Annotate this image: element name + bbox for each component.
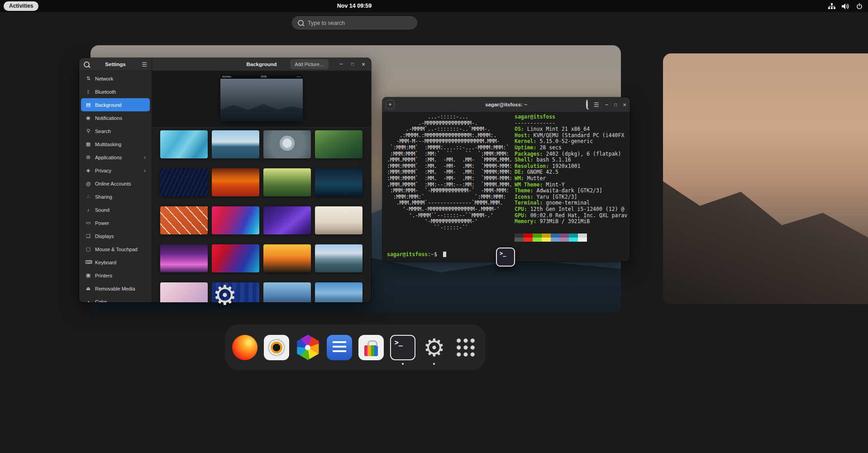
wallpaper-thumb-glass-sphere[interactable] (263, 130, 311, 158)
sidebar-item-removable-media[interactable]: ⏏Removable Media (81, 282, 150, 295)
workspace-thumbnail-next[interactable] (663, 53, 868, 304)
sidebar-item-sound[interactable]: ♪Sound (81, 203, 150, 216)
settings-sidebar-list: ⇅NetworkᛒBluetooth▤Background◉Notificati… (79, 71, 152, 302)
background-icon: ▤ (85, 102, 91, 108)
clock[interactable]: Nov 14 09:59 (337, 0, 372, 12)
firefox-icon (232, 335, 258, 360)
wallpaper-thumb-orange-lava[interactable] (212, 168, 259, 196)
sidebar-item-label: Online Accounts (95, 181, 146, 186)
sidebar-item-displays[interactable]: ❑Displays (81, 229, 150, 243)
dock-item-music-player[interactable] (263, 329, 290, 367)
sidebar-item-multitasking[interactable]: ▦Multitasking (81, 138, 150, 151)
sidebar-item-label: Network (95, 76, 146, 81)
sidebar-item-keyboard[interactable]: ⌨Keyboard (81, 256, 150, 269)
terminal-menu-button[interactable]: ☰ (594, 101, 599, 108)
dock-item-settings[interactable]: ⚙ (421, 329, 448, 367)
wallpaper-thumb-red-blue-swirl[interactable] (212, 244, 259, 272)
sidebar-item-mouse-touchpad[interactable]: ▢Mouse & Touchpad (81, 243, 150, 256)
terminal-search-button[interactable] (586, 100, 588, 109)
terminal-minimize-button[interactable]: − (605, 101, 609, 108)
sidebar-item-power[interactable]: ▭Power (81, 216, 150, 229)
sidebar-item-notifications[interactable]: ◉Notifications (81, 111, 150, 124)
show-applications-button[interactable] (452, 329, 479, 367)
neofetch-info-line: GPU: 00:02.0 Red Hat, Inc. QXL parav (515, 213, 627, 219)
neofetch-info: sagar@itsfoss ------------- OS: Linux Mi… (515, 114, 627, 225)
network-icon[interactable] (828, 3, 835, 10)
terminal-window[interactable]: + sagar@itsfoss: ~ ☰ − □ × ...-:::::-...… (382, 97, 630, 262)
neofetch-info-line: DE: GNOME 42.5 (515, 169, 627, 176)
search-bar[interactable]: Type to search (292, 16, 417, 29)
terminal-maximize-button[interactable]: □ (614, 102, 617, 107)
battery-icon: ▭ (85, 220, 91, 226)
activities-button[interactable]: Activities (4, 1, 38, 11)
settings-menu-button[interactable]: ☰ (140, 60, 148, 68)
palette-swatch (542, 238, 551, 242)
terminal-header-controls: ☰ − □ × (586, 97, 626, 112)
new-tab-button[interactable]: + (386, 100, 395, 109)
sidebar-item-label: Removable Media (95, 286, 146, 291)
software-store-icon (358, 335, 384, 360)
dock-item-terminal[interactable]: >_ (389, 329, 416, 367)
wallpaper-mountain (663, 129, 868, 304)
neofetch-info-line: Packages: 2402 (dpkg), 6 (flatpak) (515, 151, 627, 157)
wallpaper-thumb-clay-lines[interactable] (160, 206, 208, 234)
wallpaper-thumb-navy-lines[interactable] (160, 168, 208, 196)
printer-icon: ▣ (85, 272, 91, 278)
sidebar-item-background[interactable]: ▤Background (81, 98, 150, 111)
dock: >_ ⚙ (225, 324, 486, 370)
sidebar-item-label: Sharing (95, 194, 146, 200)
sidebar-item-printers[interactable]: ▣Printers (81, 269, 150, 282)
neofetch-info-line: Shell: bash 5.1.16 (515, 157, 627, 163)
wallpaper-thumb-purple-supertrees[interactable] (160, 244, 208, 272)
wallpaper-thumb-magenta-fluid[interactable] (212, 206, 259, 234)
wallpaper-thumb-cloudy-sea[interactable] (315, 282, 362, 302)
system-status-area[interactable] (828, 0, 863, 12)
sidebar-item-applications[interactable]: ⊞Applications› (81, 151, 150, 164)
sidebar-item-bluetooth[interactable]: ᛒBluetooth (81, 85, 150, 98)
sidebar-item-color[interactable]: ◑Color (81, 295, 150, 302)
palette-swatch (560, 238, 569, 242)
minimize-button[interactable]: − (336, 58, 347, 71)
sidebar-item-label: Color (95, 299, 146, 303)
terminal-content[interactable]: ...-:::::-... .-MMMMMMMMMMMMMMM-. .-MMMM… (382, 112, 630, 262)
multitasking-icon: ▦ (85, 141, 91, 147)
terminal-close-button[interactable]: × (623, 101, 626, 108)
neofetch-info-line: Host: KVM/QEMU (Standard PC (i440FX (515, 133, 627, 139)
dock-item-software-store[interactable] (358, 329, 385, 367)
settings-app-badge-gear-icon: ⚙ (210, 280, 240, 311)
sidebar-item-network[interactable]: ⇅Network (81, 72, 150, 85)
wallpaper-thumb-sunset-palms[interactable] (263, 244, 311, 272)
wallpaper-thumb-geo-triangles[interactable] (160, 130, 208, 158)
settings-window[interactable]: Settings ☰ ⇅NetworkᛒBluetooth▤Background… (79, 58, 371, 302)
sidebar-item-label: Power (95, 220, 146, 226)
wallpaper-thumb-soft-pink[interactable] (160, 282, 208, 302)
dock-item-firefox[interactable] (231, 329, 258, 367)
terminal-app-badge-icon: >_ (496, 248, 515, 267)
maximize-button[interactable]: □ (347, 58, 358, 71)
neofetch-user-host: sagar@itsfoss (515, 114, 627, 120)
neofetch-info-line: Memory: 973MiB / 3921MiB (515, 219, 627, 225)
dock-item-color-pinwheel[interactable] (295, 329, 322, 367)
sidebar-item-privacy[interactable]: ◈Privacy› (81, 164, 150, 177)
power-icon[interactable] (856, 3, 863, 10)
sidebar-item-search[interactable]: ⚲Search (81, 124, 150, 138)
wallpaper-thumb-mountain-road[interactable] (315, 244, 362, 272)
wallpaper-thumb-bright-interior[interactable] (315, 206, 362, 234)
search-placeholder: Type to search (308, 20, 345, 26)
sidebar-item-sharing[interactable]: ∴Sharing (81, 190, 150, 203)
dock-item-documents[interactable] (326, 329, 353, 367)
wallpaper-thumb-beach-horizon[interactable] (212, 130, 259, 158)
wallpaper-thumb-violet-waves[interactable] (263, 206, 311, 234)
chevron-right-icon: › (144, 167, 146, 174)
close-button[interactable]: × (358, 58, 369, 71)
add-picture-button[interactable]: Add Picture… (290, 59, 329, 69)
sidebar-item-label: Printers (95, 273, 146, 278)
sidebar-item-online-accounts[interactable]: @Online Accounts (81, 177, 150, 190)
wallpaper-thumb-forest-road-aerial[interactable] (315, 130, 362, 158)
wallpaper-thumb-starry-tree[interactable] (315, 168, 362, 196)
wallpaper-thumb-forest-path[interactable] (263, 168, 311, 196)
wallpaper-thumb-blue-mountains[interactable] (263, 282, 311, 302)
search-icon (298, 20, 304, 26)
settings-search-button[interactable] (82, 60, 91, 68)
volume-icon[interactable] (842, 3, 850, 10)
